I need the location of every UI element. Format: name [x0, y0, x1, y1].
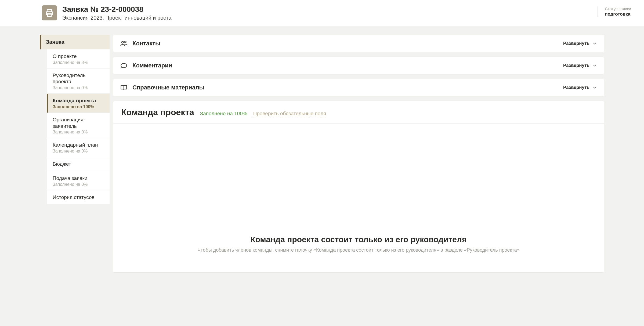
sidebar-item-budget[interactable]: Бюджет — [47, 157, 110, 171]
expand-label: Развернуть — [563, 85, 589, 90]
accordion-title: Комментарии — [132, 62, 172, 69]
chevron-down-icon — [592, 85, 597, 90]
accordion-title: Справочные материалы — [132, 84, 204, 91]
application-subtitle: Экспансия-2023: Проект инноваций и роста — [62, 15, 171, 21]
print-button[interactable] — [42, 5, 57, 20]
sidebar-item-progress: Заполнено на 0% — [53, 182, 105, 187]
content-card: Команда проекта Заполнено на 100% Провер… — [113, 101, 604, 273]
page-body: Заявка О проекте Заполнено на 8% Руковод… — [0, 26, 644, 289]
status-label: Статус заявки — [605, 6, 631, 11]
chevron-down-icon — [592, 63, 597, 68]
sidebar-item-label: Календарный план — [53, 142, 105, 148]
accordion-expand[interactable]: Развернуть — [563, 63, 597, 68]
header-status: Статус заявки подготовка — [598, 6, 631, 17]
section-progress: Заполнено на 100% — [200, 111, 247, 117]
header-title-block: Заявка № 23-2-000038 Экспансия-2023: Про… — [62, 5, 171, 21]
sidebar-item-label: Организация-заявитель — [53, 117, 105, 129]
sidebar-item-history[interactable]: История статусов — [47, 190, 110, 205]
empty-title: Команда проекта состоит только из его ру… — [121, 235, 596, 244]
accordion-expand[interactable]: Развернуть — [563, 85, 597, 90]
sidebar-item-progress: Заполнено на 0% — [53, 130, 105, 135]
printer-icon — [45, 8, 54, 17]
header-left: Заявка № 23-2-000038 Экспансия-2023: Про… — [42, 5, 171, 21]
empty-state: Команда проекта состоит только из его ру… — [113, 235, 604, 253]
sidebar-item-label: История статусов — [53, 194, 105, 201]
speech-bubble-icon — [120, 62, 128, 69]
svg-point-3 — [125, 41, 126, 43]
content-head: Команда проекта Заполнено на 100% Провер… — [113, 101, 604, 124]
sidebar-item-leader[interactable]: Руководитель проекта Заполнено на 0% — [47, 68, 110, 94]
application-title: Заявка № 23-2-000038 — [62, 5, 171, 14]
people-icon — [120, 40, 128, 47]
main-column: Контакты Развернуть Комментарии Разверну… — [113, 35, 604, 273]
sidebar-list: О проекте Заполнено на 8% Руководитель п… — [40, 49, 110, 205]
sidebar: Заявка О проекте Заполнено на 8% Руковод… — [40, 35, 110, 205]
accordion-reference[interactable]: Справочные материалы Развернуть — [113, 79, 604, 96]
sidebar-item-submit[interactable]: Подача заявки Заполнено на 0% — [47, 171, 110, 190]
accordion-title: Контакты — [132, 40, 160, 47]
sidebar-item-progress: Заполнено на 0% — [53, 149, 105, 154]
sidebar-header: Заявка — [40, 35, 110, 49]
sidebar-item-label: Бюджет — [53, 161, 105, 167]
book-icon — [120, 84, 128, 91]
sidebar-item-label: Руководитель проекта — [53, 72, 105, 85]
accordion-contacts[interactable]: Контакты Развернуть — [113, 35, 604, 52]
status-value: подготовка — [605, 12, 631, 17]
expand-label: Развернуть — [563, 41, 589, 46]
sidebar-item-progress: Заполнено на 100% — [53, 104, 105, 109]
sidebar-item-label: Подача заявки — [53, 175, 105, 182]
empty-text: Чтобы добавить членов команды, снимите г… — [121, 247, 596, 253]
sidebar-item-about[interactable]: О проекте Заполнено на 8% — [47, 49, 110, 68]
accordion-comments[interactable]: Комментарии Развернуть — [113, 57, 604, 74]
content-body: Команда проекта состоит только из его ру… — [113, 124, 604, 272]
sidebar-item-label: Команда проекта — [53, 97, 105, 104]
sidebar-item-org[interactable]: Организация-заявитель Заполнено на 0% — [47, 113, 110, 138]
sidebar-item-label: О проекте — [53, 53, 105, 60]
section-heading: Команда проекта — [121, 107, 194, 117]
accordion-expand[interactable]: Развернуть — [563, 41, 597, 46]
chevron-down-icon — [592, 41, 597, 46]
sidebar-item-team[interactable]: Команда проекта Заполнено на 100% — [47, 94, 110, 113]
sidebar-item-calendar[interactable]: Календарный план Заполнено на 0% — [47, 138, 110, 157]
sidebar-item-progress: Заполнено на 8% — [53, 60, 105, 65]
check-required-link[interactable]: Проверить обязательные поля — [253, 111, 326, 117]
page-header: Заявка № 23-2-000038 Экспансия-2023: Про… — [0, 0, 644, 26]
svg-point-2 — [122, 41, 124, 43]
expand-label: Развернуть — [563, 63, 589, 68]
sidebar-item-progress: Заполнено на 0% — [53, 85, 105, 90]
